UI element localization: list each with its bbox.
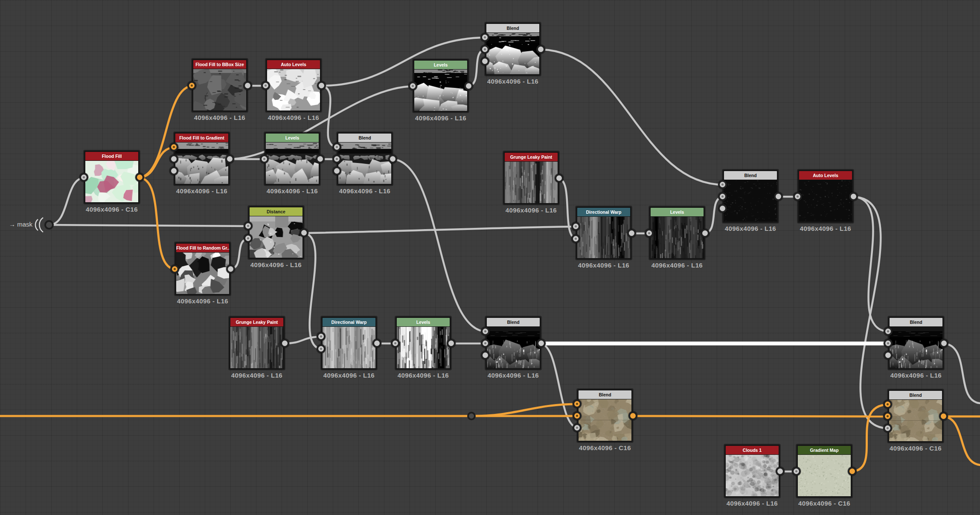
node-levels-mid[interactable]: Levels — [265, 132, 320, 185]
input-port-1[interactable] — [884, 327, 893, 336]
node-auto-levels-right[interactable]: Auto Levels — [798, 170, 853, 223]
node-blend-color[interactable]: Blend — [577, 389, 633, 442]
output-port[interactable] — [555, 174, 564, 183]
input-port-1[interactable] — [573, 399, 582, 408]
node-flood-fill[interactable]: Flood Fill — [84, 151, 140, 204]
output-port[interactable] — [317, 81, 326, 90]
reroute-dot-node[interactable] — [468, 413, 475, 419]
input-port-3[interactable] — [332, 166, 341, 175]
input-port-2[interactable] — [244, 234, 253, 243]
input-port-2[interactable] — [480, 45, 489, 54]
node-levels-right[interactable]: Levels — [649, 207, 705, 259]
output-port[interactable] — [848, 467, 857, 476]
node-grunge-leaky-paint-top[interactable]: Grunge Leaky Paint — [503, 151, 559, 204]
output-port[interactable] — [226, 265, 235, 274]
input-port-2[interactable] — [884, 339, 893, 348]
output-port[interactable] — [849, 192, 858, 201]
input-port-1[interactable] — [480, 33, 489, 42]
mask-input-port[interactable] — [45, 221, 53, 229]
input-port-1[interactable] — [79, 173, 88, 182]
input-port-2[interactable] — [718, 192, 727, 201]
input-port-1[interactable] — [261, 81, 270, 90]
output-port[interactable] — [300, 228, 308, 237]
input-port-1[interactable] — [793, 192, 802, 201]
input-port-3[interactable] — [169, 166, 178, 175]
input-port-1[interactable] — [408, 81, 417, 90]
node-blend-bottom[interactable]: Blend — [486, 317, 541, 370]
node-directional-warp-bottom[interactable]: Directional Warp — [321, 317, 377, 370]
input-port-1[interactable] — [718, 180, 727, 189]
input-port-1[interactable] — [244, 221, 253, 230]
node-gradient-map[interactable]: Gradient Map — [797, 445, 852, 498]
node-flood-fill-random-gray[interactable]: Flood Fill to Random Gr... — [175, 242, 230, 295]
wire-mask-to-distance[interactable] — [49, 225, 250, 226]
output-port[interactable] — [372, 339, 381, 348]
output-port[interactable] — [701, 229, 710, 238]
output-port[interactable] — [536, 45, 545, 54]
wire-blendcolorright-out-down[interactable] — [942, 416, 980, 465]
input-port-1[interactable] — [391, 339, 400, 348]
wire-distance-to-dirwarp-top[interactable] — [302, 227, 577, 233]
input-port-1[interactable] — [571, 222, 580, 231]
input-port-1[interactable] — [332, 143, 341, 151]
output-port[interactable] — [135, 173, 144, 182]
input-port-3[interactable] — [718, 204, 727, 213]
output-port[interactable] — [280, 339, 289, 348]
input-port-1[interactable] — [170, 265, 179, 274]
input-port-3[interactable] — [481, 351, 490, 360]
output-port[interactable] — [939, 412, 948, 421]
output-port[interactable] — [464, 81, 473, 90]
input-port-1[interactable] — [481, 327, 490, 336]
output-port[interactable] — [243, 81, 252, 90]
input-port-2[interactable] — [169, 154, 178, 163]
input-port-1[interactable] — [317, 332, 326, 341]
node-blend-top[interactable]: Blend — [485, 23, 541, 76]
output-port[interactable] — [447, 339, 456, 348]
node-graph-canvas[interactable]: → mask Flood Fill4096x4096 - C16Flood Fi… — [0, 0, 980, 515]
node-flood-fill-bbox-size[interactable]: Flood Fill to BBox Size — [192, 59, 247, 112]
wire-blendmid-to-blendbottom[interactable] — [391, 159, 487, 332]
wire-distance-to-dirwarp-bottom[interactable] — [302, 233, 323, 349]
output-port[interactable] — [939, 339, 948, 348]
node-distance[interactable]: Distance — [248, 206, 304, 259]
input-port-1[interactable] — [260, 154, 269, 163]
input-port-1[interactable] — [883, 400, 892, 409]
node-blend-color-right[interactable]: Blend — [888, 390, 943, 442]
input-port-1[interactable] — [169, 143, 178, 151]
node-clouds-1[interactable]: Clouds 1 — [724, 445, 780, 498]
output-port[interactable] — [774, 192, 783, 201]
node-blend-right[interactable]: Blend — [723, 170, 778, 223]
output-port[interactable] — [316, 154, 325, 163]
input-port-2[interactable] — [332, 154, 341, 163]
input-port-2[interactable] — [571, 234, 580, 243]
input-port-2[interactable] — [573, 411, 582, 420]
input-port-1[interactable] — [645, 229, 654, 238]
wire-mask-to-floodfill[interactable] — [49, 177, 85, 225]
input-port-2[interactable] — [883, 412, 892, 421]
wire-blendcolor-to-blendcolorright[interactable] — [631, 416, 889, 416]
node-blend-far-right[interactable]: Blend — [888, 317, 944, 370]
input-port-3[interactable] — [884, 351, 893, 360]
output-port[interactable] — [776, 467, 785, 476]
input-port-2[interactable] — [481, 339, 490, 348]
input-port-2[interactable] — [317, 344, 326, 353]
node-grunge-leaky-paint-bottom[interactable]: Grunge Leaky Paint — [229, 317, 285, 370]
node-levels-bottom[interactable]: Levels — [395, 317, 451, 370]
output-port[interactable] — [388, 154, 397, 163]
input-port-3[interactable] — [480, 57, 489, 66]
input-port-1[interactable] — [792, 467, 801, 476]
input-port-3[interactable] — [883, 424, 892, 433]
output-port[interactable] — [225, 154, 234, 163]
node-directional-warp-top[interactable]: Directional Warp — [576, 207, 631, 259]
node-blend-mid[interactable]: Blend — [337, 132, 393, 185]
input-port-3[interactable] — [573, 423, 582, 432]
input-port-1[interactable] — [187, 81, 196, 90]
node-flood-fill-to-gradient[interactable]: Flood Fill to Gradient — [174, 132, 230, 185]
node-auto-levels-top[interactable]: Auto Levels — [266, 59, 321, 112]
output-port[interactable] — [627, 229, 636, 238]
wire-blendtop-to-blendright[interactable] — [539, 49, 724, 185]
node-levels-top[interactable]: Levels — [413, 59, 468, 112]
output-port[interactable] — [628, 411, 637, 420]
output-port[interactable] — [537, 339, 546, 348]
wire-dot-to-blendcolor-top[interactable] — [471, 404, 579, 416]
